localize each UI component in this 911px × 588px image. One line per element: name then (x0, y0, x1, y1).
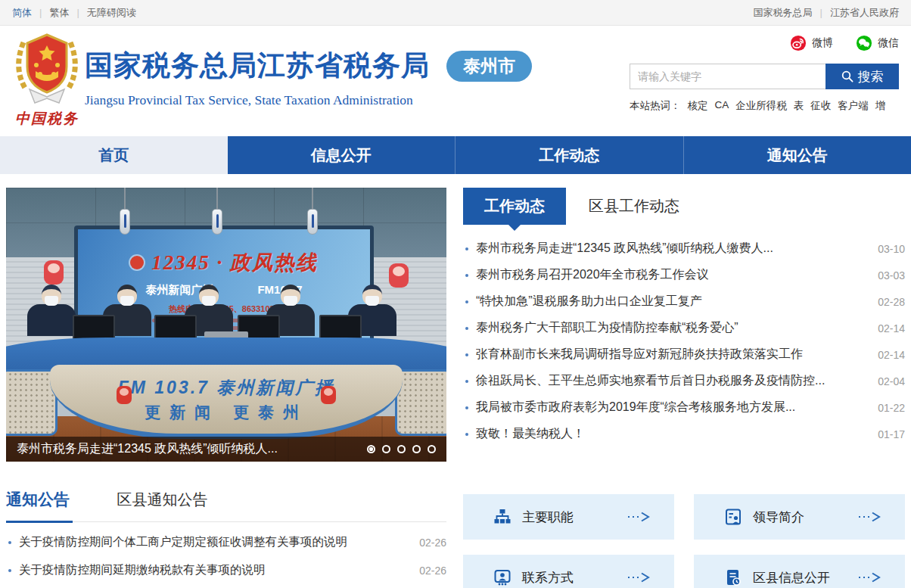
bullet-icon (465, 327, 468, 330)
hanging-mic-icon (307, 209, 318, 235)
list-item[interactable]: 张育林副市长来我局调研指导应对新冠肺炎扶持政策落实工作 02-14 (463, 341, 905, 368)
active-tab-underline (6, 521, 73, 523)
lang-simplified-link[interactable]: 简体 (12, 6, 32, 20)
weibo-icon (790, 35, 807, 51)
work-news-list: 泰州市税务局走进“12345 政风热线”倾听纳税人缴费人... 03-10 泰州… (463, 235, 905, 447)
nav-item-notices[interactable]: 通知公告 (684, 136, 911, 174)
carousel-caption[interactable]: 泰州市税务局走进“12345 政风热线”倾听纳税人... (17, 441, 278, 457)
list-item[interactable]: 关于疫情防控期间延期缴纳税款有关事项的说明 02-26 (6, 556, 446, 584)
mascot-sticker (44, 260, 64, 285)
list-item[interactable]: 致敬！最美纳税人！ 01-17 (463, 421, 905, 447)
dashed-arrow-icon (627, 572, 650, 583)
search-button[interactable]: 搜索 (825, 64, 899, 89)
social-links: 微博 微信 (630, 35, 899, 51)
tab-work-news[interactable]: 工作动态 (463, 188, 566, 225)
notices-list: 关于疫情防控期间个体工商户定期定额征收调整有关事项的说明 02-26 关于疫情防… (6, 528, 446, 584)
quicklink-district-info-disclosure[interactable]: 区县信息公开 (694, 555, 905, 588)
hanging-mic-icon (312, 188, 313, 210)
tax-emblem-logo: 中国税务 (11, 32, 83, 129)
bullet-icon (465, 300, 468, 303)
studio-desk-side (395, 369, 446, 436)
nav-item-work-news[interactable]: 工作动态 (456, 136, 684, 174)
site-title-block: 国家税务总局江苏省税务局 泰州市 Jiangsu Provincial Tax … (85, 47, 532, 108)
tab-district-work-news[interactable]: 区县工作动态 (589, 196, 679, 216)
carousel-dot[interactable] (382, 445, 390, 453)
search-input[interactable] (630, 64, 825, 89)
wechat-icon (856, 35, 872, 51)
hotword-link[interactable]: CA (715, 99, 729, 113)
tab-district-notices[interactable]: 区县通知公告 (117, 491, 207, 508)
work-news-tabs: 工作动态 区县工作动态 (463, 188, 905, 225)
main-content: 12345 · 政风热线 泰州新闻广播 FM103.7 热线电话：12345、8… (0, 174, 911, 588)
studio-person (27, 285, 76, 341)
bullet-icon (465, 274, 468, 277)
accessibility-link[interactable]: 无障碍阅读 (87, 6, 136, 20)
lang-traditional-link[interactable]: 繁体 (49, 6, 69, 20)
list-item[interactable]: 关于疫情防控期间个体工商户定期定额征收调整有关事项的说明 02-26 (6, 528, 446, 556)
list-item[interactable]: “特快加急”退税服务助力出口企业复工复产 02-28 (463, 288, 905, 315)
desk-station-text: FM 103.7 泰州新闻广播 (118, 376, 335, 400)
carousel-dot[interactable] (428, 445, 436, 453)
notices-section: 通知公告 区县通知公告 关于疫情防控期间个体工商户定期定额征收调整有关事项的说明… (6, 489, 446, 584)
hotword-link[interactable]: 表 (794, 99, 804, 113)
search-button-label: 搜索 (858, 68, 884, 86)
carousel-dot[interactable] (367, 445, 375, 453)
bullet-icon (465, 406, 468, 409)
studio-screen-title: 12345 · 政风热线 (78, 249, 370, 276)
mascot-sticker (117, 386, 132, 404)
org-chart-icon (493, 508, 511, 526)
tab-notices[interactable]: 通知公告 (6, 490, 70, 508)
list-item[interactable]: 泰州市税务局召开2020年全市税务工作会议 03-03 (463, 262, 905, 288)
wechat-link[interactable]: 微信 (856, 35, 899, 51)
bullet-icon (465, 247, 468, 250)
list-item[interactable]: 泰州税务广大干部职工为疫情防控奉献“税务爱心” 02-14 (463, 315, 905, 341)
carousel-dots (367, 445, 436, 453)
hotword-link[interactable]: 客户端 (838, 99, 869, 113)
quick-links: 主要职能 领导简介 (463, 494, 905, 588)
list-item[interactable]: 我局被市委市政府表彰为2019年度“综合考核服务地方发展... 01-22 (463, 394, 905, 421)
desk-slogan-text: 更新闻 更泰州 (145, 402, 308, 423)
carousel-caption-bar: 泰州市税务局走进“12345 政风热线”倾听纳税人... (6, 437, 446, 462)
hanging-mic-icon (124, 188, 126, 210)
dashed-arrow-icon (858, 512, 881, 522)
nav-item-home[interactable]: 首页 (0, 136, 228, 174)
bullet-icon (8, 569, 11, 572)
leader-card-icon (724, 508, 742, 526)
province-gov-link[interactable]: 江苏省人民政府 (830, 6, 899, 20)
hotword-link[interactable]: 增 (875, 99, 886, 113)
sta-site-link[interactable]: 国家税务总局 (754, 6, 813, 20)
china-tax-emblem-icon (13, 32, 81, 104)
hotword-link[interactable]: 核定 (688, 99, 708, 113)
right-column: 工作动态 区县工作动态 泰州市税务局走进“12345 政风热线”倾听纳税人缴费人… (463, 188, 905, 588)
contact-icon (493, 568, 511, 586)
carousel-dot[interactable] (412, 445, 421, 453)
quicklink-leader-profiles[interactable]: 领导简介 (694, 494, 905, 540)
list-item[interactable]: 徐祖跃局长、王平生总师实地察看节后首日办税服务及疫情防控... 02-04 (463, 368, 905, 394)
weibo-link[interactable]: 微博 (790, 35, 833, 51)
hotword-link[interactable]: 征收 (810, 99, 831, 113)
bullet-icon (465, 353, 468, 356)
search-icon (841, 70, 853, 82)
hotword-link[interactable]: 企业所得税 (735, 99, 787, 113)
top-utility-bar: 简体 | 繁体 | 无障碍阅读 国家税务总局 | 江苏省人民政府 (0, 0, 911, 26)
carousel[interactable]: 12345 · 政风热线 泰州新闻广播 FM103.7 热线电话：12345、8… (6, 188, 446, 462)
header-right-tools: 微博 微信 搜索 (630, 35, 899, 113)
carousel-dot[interactable] (397, 445, 406, 453)
dashed-arrow-icon (627, 512, 650, 522)
hotwords-label: 本站热词： (630, 99, 681, 113)
mascot-sticker (321, 386, 336, 404)
page-title: 国家税务总局江苏省税务局 (85, 47, 430, 85)
nav-item-info-disclosure[interactable]: 信息公开 (228, 136, 456, 174)
hotline-logo-icon (130, 256, 144, 269)
bullet-icon (8, 541, 11, 544)
divider: | (820, 7, 822, 18)
divider: | (76, 7, 79, 18)
notices-tabs: 通知公告 区县通知公告 (6, 489, 446, 522)
divider: | (39, 7, 42, 18)
quicklink-contact-info[interactable]: 联系方式 (463, 555, 674, 588)
list-item[interactable]: 泰州市税务局走进“12345 政风热线”倾听纳税人缴费人... 03-10 (463, 235, 905, 262)
quicklink-main-functions[interactable]: 主要职能 (463, 494, 674, 540)
dashed-arrow-icon (858, 572, 881, 583)
city-badge: 泰州市 (446, 51, 532, 82)
search-bar: 搜索 (630, 64, 899, 89)
